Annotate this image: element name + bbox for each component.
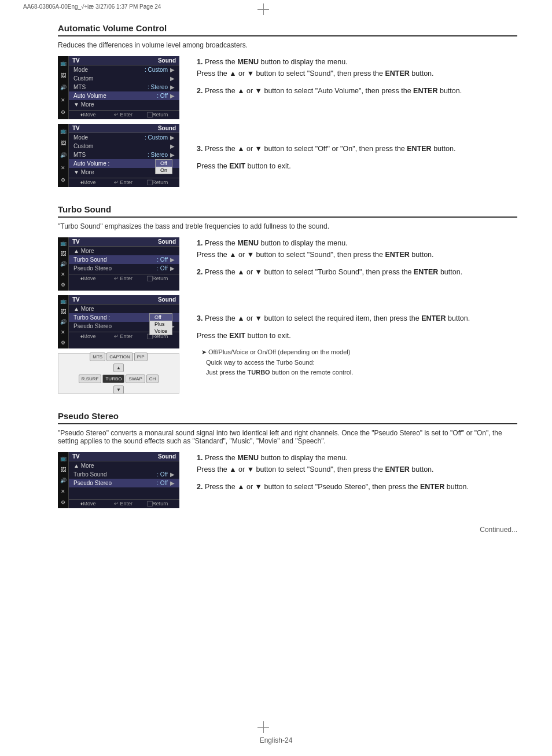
tv-footer-pseudo-1: ♦Move ↵ Enter ⃞ Return [69, 499, 179, 508]
section-body-pseudo: 📺 🖼 🔊 ✕ ⚙ TV Sound ▲ More [58, 452, 517, 508]
tv-icon-col: 📺 🖼 🔊 ✕ ⚙ [58, 56, 69, 119]
tv-icon-setup-p1: ⚙ [60, 499, 67, 506]
avc-step-2: 2. Press the ▲ or ▼ button to select "Au… [197, 85, 517, 97]
tv-row-turbo-2: Turbo Sound : Off Plus Voice [69, 313, 179, 322]
continued-text: Continued... [58, 526, 517, 534]
ui-screens-turbo: 📺 🖼 🔊 ✕ ⚙ TV Sound ▲ More [58, 237, 185, 394]
remote-btn-mts: MTS [90, 353, 105, 361]
turbo-step-3-container: 3. Press the ▲ or ▼ button to select the… [197, 313, 517, 378]
page-header: AA68-03806A-00Eng_√÷iæ 3/27/06 1:37 PM P… [23, 3, 529, 10]
tv-icon-mute-t2: ✕ [60, 329, 67, 336]
turbo-note-2: Quick way to access the Turbo Sound: [206, 358, 517, 368]
avc-exit: Press the EXIT button to exit. [197, 160, 517, 172]
tv-row-autovol-2: Auto Volume : Off On [69, 159, 179, 168]
turbo-step-1: 1. Press the MENU button to display the … [197, 237, 517, 260]
pseudo-step-1: 1. Press the MENU button to display the … [197, 452, 517, 475]
tv-icon-col-p1: 📺 🖼 🔊 ✕ ⚙ [58, 452, 69, 508]
tv-icon-setup: ⚙ [60, 109, 67, 116]
popup-voice-t: Voice [150, 328, 172, 335]
menu-area-turbo-1: TV Sound ▲ More Turbo Sound : Off ▶ Ps [69, 237, 179, 291]
crosshair-bottom [257, 721, 269, 733]
tv-spacer-p1 [69, 487, 179, 498]
menu-area-turbo-2: TV Sound ▲ More Turbo Sound : Off Plus V… [69, 295, 179, 348]
section-pseudo-stereo: Pseudo Stereo "Pseudo Stereo" converts a… [58, 411, 517, 508]
tv-row-turbo-p1: Turbo Sound : Off ▶ [69, 470, 179, 479]
instructions-avc: 1. Press the MENU button to display the … [197, 56, 517, 178]
ui-screens-avc: 📺 🖼 🔊 ✕ ⚙ TV Sound Mode : Custom [58, 56, 185, 187]
tv-icon-vol-2: 🔊 [60, 152, 67, 159]
section-desc-turbo: "Turbo Sound" emphasizes the bass and tr… [58, 222, 517, 230]
tv-icon-sound-2: 📺 [60, 127, 67, 134]
tv-row-mts-2: MTS : Stereo ▶ [69, 151, 179, 159]
tv-screen-avc-1: 📺 🖼 🔊 ✕ ⚙ TV Sound Mode : Custom [58, 56, 179, 119]
instructions-turbo: 1. Press the MENU button to display the … [197, 237, 517, 378]
turbo-note-1: ➤ Off/Plus/Voice or On/Off (depending on… [201, 347, 517, 358]
tv-icon-vol-t2: 🔊 [60, 318, 67, 325]
tv-row-mts: MTS : Stereo ▶ [69, 83, 179, 91]
menu-area-avc-2: TV Sound Mode : Custom ▶ Custom ▶ [69, 124, 179, 187]
tv-icon-sound-p1: 📺 [60, 455, 67, 462]
page-number: English-24 [260, 736, 293, 744]
tv-header-avc-2: TV Sound [69, 124, 179, 133]
tv-screen-avc-2: 📺 🖼 🔊 ✕ ⚙ TV Sound Mode : Custom [58, 124, 179, 187]
section-title-avc: Automatic Volume Control [58, 23, 517, 36]
tv-screen-turbo-2: 📺 🖼 🔊 ✕ ⚙ TV Sound ▲ More [58, 295, 179, 348]
tv-row-custom: Custom ▶ [69, 74, 179, 83]
tv-header-right: Sound [158, 57, 176, 64]
tv-row-more-t2: ▲ More [69, 304, 179, 313]
tv-icon-setup-2: ⚙ [60, 177, 67, 184]
tv-row-turbo-1: Turbo Sound : Off ▶ [69, 255, 179, 264]
tv-header-left: TV [72, 57, 80, 64]
section-body-avc: 📺 🖼 🔊 ✕ ⚙ TV Sound Mode : Custom [58, 56, 517, 187]
tv-icon-vol-t1: 🔊 [60, 260, 67, 267]
pseudo-step-2: 2. Press the ▲ or ▼ button to select "Ps… [197, 481, 517, 493]
section-body-turbo: 📺 🖼 🔊 ✕ ⚙ TV Sound ▲ More [58, 237, 517, 394]
crosshair-top [257, 3, 269, 15]
tv-icon-pic: 🖼 [60, 72, 67, 79]
remote-btn-rsurf: R.SURF [79, 375, 102, 383]
tv-screen-turbo-1: 📺 🖼 🔊 ✕ ⚙ TV Sound ▲ More [58, 237, 179, 291]
section-title-pseudo: Pseudo Stereo [58, 411, 517, 424]
menu-area-pseudo-1: TV Sound ▲ More Turbo Sound : Off ▶ Ps [69, 452, 179, 508]
tv-row-more-1: ▼ More [69, 100, 179, 109]
popup-autovol: Off On [155, 159, 172, 174]
popup-turbo: Off Plus Voice [149, 313, 172, 335]
remote-arrow-up: ▲ [113, 364, 124, 372]
menu-area-avc-1: TV Sound Mode : Custom ▶ Custom ▶ [69, 56, 179, 119]
tv-row-pseudo-t1: Pseudo Stereo : Off ▶ [69, 264, 179, 273]
remote-top-row: MTS CAPTION PIP [90, 353, 147, 361]
section-desc-avc: Reduces the differences in volume level … [58, 41, 517, 49]
turbo-exit: Press the EXIT button to exit. [197, 330, 517, 342]
turbo-note-3: Just press the TURBO button on the remot… [206, 368, 517, 378]
tv-icon-vol-p1: 🔊 [60, 477, 67, 484]
section-title-turbo: Turbo Sound [58, 204, 517, 218]
tv-screen-pseudo-1: 📺 🖼 🔊 ✕ ⚙ TV Sound ▲ More [58, 452, 179, 508]
tv-icon-mute-2: ✕ [60, 164, 67, 171]
ui-screens-pseudo: 📺 🖼 🔊 ✕ ⚙ TV Sound ▲ More [58, 452, 185, 508]
tv-icon-col-t1: 📺 🖼 🔊 ✕ ⚙ [58, 237, 69, 291]
tv-icon-sound-t2: 📺 [60, 298, 67, 304]
tv-icon-setup-t1: ⚙ [60, 281, 67, 288]
tv-icon-col-t2: 📺 🖼 🔊 ✕ ⚙ [58, 295, 69, 348]
tv-header-turbo-2: TV Sound [69, 295, 179, 304]
tv-footer-avc-1: ♦Move ↵ Enter ⃞ Return [69, 110, 179, 119]
remote-arrows-down: ▼ [113, 386, 124, 394]
tv-footer-avc-2: ♦Move ↵ Enter ⃞ Return [69, 178, 179, 187]
page-footer: English-24 [0, 736, 552, 744]
avc-step-3: 3. Press the ▲ or ▼ button to select "Of… [197, 143, 517, 155]
tv-icon-pic-t2: 🖼 [60, 308, 67, 315]
remote-btn-swap: SWAP [126, 375, 145, 383]
popup-plus-t: Plus [150, 321, 172, 328]
tv-icon-sound: 📺 [60, 60, 67, 67]
remote-arrows: ▲ [113, 364, 124, 372]
tv-icon-sound-t1: 📺 [60, 240, 67, 247]
tv-icon-pic-2: 🖼 [60, 140, 67, 146]
tv-header-avc-1: TV Sound [69, 56, 179, 65]
remote-btn-turbo: TURBO [102, 375, 124, 383]
tv-header-pseudo-1: TV Sound [69, 452, 179, 461]
instructions-pseudo: 1. Press the MENU button to display the … [197, 452, 517, 498]
popup-off: Off [156, 160, 172, 167]
turbo-step-2: 2. Press the ▲ or ▼ button to select "Tu… [197, 266, 517, 278]
remote-mid-row: R.SURF TURBO SWAP CH [79, 375, 159, 383]
tv-icon-mute: ✕ [60, 97, 67, 104]
